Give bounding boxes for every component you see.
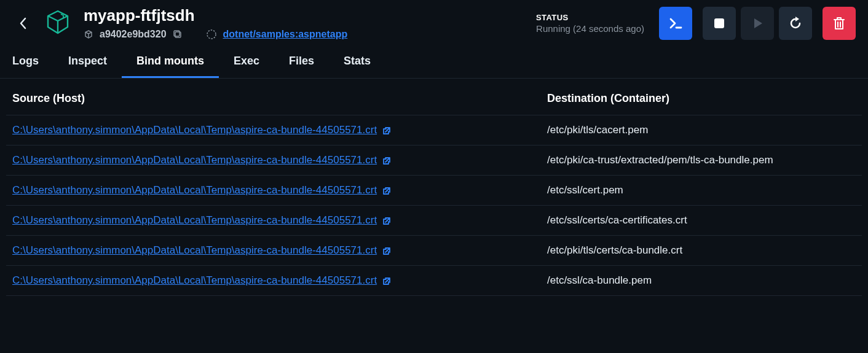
image-link[interactable]: dotnet/samples:aspnetapp bbox=[223, 29, 348, 40]
source-cell: C:\Users\anthony.simmon\AppData\Local\Te… bbox=[6, 206, 541, 236]
status-value: Running (24 seconds ago) bbox=[536, 23, 644, 34]
source-cell: C:\Users\anthony.simmon\AppData\Local\Te… bbox=[6, 266, 541, 296]
action-buttons bbox=[659, 7, 856, 40]
svg-point-2 bbox=[207, 30, 216, 39]
svg-rect-4 bbox=[714, 18, 724, 28]
destination-cell: /etc/pki/tls/cacert.pem bbox=[541, 115, 862, 145]
page-title: myapp-ftfjtsdh bbox=[84, 6, 347, 25]
chevron-left-icon bbox=[19, 17, 28, 29]
external-link-icon[interactable] bbox=[382, 246, 392, 256]
header: myapp-ftfjtsdh a9402e9bd320 dotnet/sampl… bbox=[0, 0, 868, 47]
bind-mounts-table: Source (Host) Destination (Container) C:… bbox=[6, 79, 862, 296]
play-icon bbox=[751, 17, 764, 30]
tabs: LogsInspectBind mountsExecFilesStats bbox=[0, 47, 868, 79]
container-hash: a9402e9bd320 bbox=[100, 29, 167, 40]
terminal-icon bbox=[668, 16, 683, 31]
tab-files[interactable]: Files bbox=[274, 47, 329, 78]
table-row: C:\Users\anthony.simmon\AppData\Local\Te… bbox=[6, 115, 862, 145]
stop-icon bbox=[712, 17, 726, 30]
table-row: C:\Users\anthony.simmon\AppData\Local\Te… bbox=[6, 206, 862, 236]
destination-cell: /etc/ssl/cert.pem bbox=[541, 176, 862, 206]
destination-cell: /etc/ssl/ca-bundle.pem bbox=[541, 266, 862, 296]
cube-small-icon bbox=[84, 29, 93, 39]
external-link-icon[interactable] bbox=[382, 276, 392, 286]
source-link[interactable]: C:\Users\anthony.simmon\AppData\Local\Te… bbox=[12, 154, 377, 166]
destination-cell: /etc/pki/ca-trust/extracted/pem/tls-ca-b… bbox=[541, 145, 862, 176]
destination-cell: /etc/pki/tls/certs/ca-bundle.crt bbox=[541, 236, 862, 266]
tab-inspect[interactable]: Inspect bbox=[53, 47, 122, 78]
container-icon bbox=[43, 7, 73, 39]
table-row: C:\Users\anthony.simmon\AppData\Local\Te… bbox=[6, 236, 862, 266]
status-label: STATUS bbox=[536, 13, 644, 22]
delete-button[interactable] bbox=[823, 7, 856, 40]
image-icon bbox=[206, 29, 217, 40]
table-row: C:\Users\anthony.simmon\AppData\Local\Te… bbox=[6, 266, 862, 296]
back-button[interactable] bbox=[12, 12, 34, 34]
copy-icon[interactable] bbox=[173, 29, 183, 39]
source-link[interactable]: C:\Users\anthony.simmon\AppData\Local\Te… bbox=[12, 214, 377, 226]
status-block: STATUS Running (24 seconds ago) bbox=[536, 13, 644, 34]
source-link[interactable]: C:\Users\anthony.simmon\AppData\Local\Te… bbox=[12, 274, 377, 286]
tab-stats[interactable]: Stats bbox=[329, 47, 385, 78]
source-cell: C:\Users\anthony.simmon\AppData\Local\Te… bbox=[6, 176, 541, 206]
tab-bind-mounts[interactable]: Bind mounts bbox=[122, 47, 219, 78]
restart-button[interactable] bbox=[779, 7, 812, 40]
source-cell: C:\Users\anthony.simmon\AppData\Local\Te… bbox=[6, 236, 541, 266]
tab-logs[interactable]: Logs bbox=[12, 47, 53, 78]
external-link-icon[interactable] bbox=[382, 216, 392, 226]
external-link-icon[interactable] bbox=[382, 126, 392, 136]
external-link-icon[interactable] bbox=[382, 156, 392, 166]
column-header-destination: Destination (Container) bbox=[541, 79, 862, 115]
destination-cell: /etc/ssl/certs/ca-certificates.crt bbox=[541, 206, 862, 236]
stop-button[interactable] bbox=[703, 7, 736, 40]
source-cell: C:\Users\anthony.simmon\AppData\Local\Te… bbox=[6, 145, 541, 176]
table-row: C:\Users\anthony.simmon\AppData\Local\Te… bbox=[6, 145, 862, 176]
title-block: myapp-ftfjtsdh a9402e9bd320 dotnet/sampl… bbox=[84, 6, 347, 40]
column-header-source: Source (Host) bbox=[6, 79, 541, 115]
source-link[interactable]: C:\Users\anthony.simmon\AppData\Local\Te… bbox=[12, 184, 377, 196]
table-row: C:\Users\anthony.simmon\AppData\Local\Te… bbox=[6, 176, 862, 206]
start-button bbox=[741, 7, 774, 40]
external-link-icon[interactable] bbox=[382, 186, 392, 196]
source-link[interactable]: C:\Users\anthony.simmon\AppData\Local\Te… bbox=[12, 244, 377, 256]
exec-button[interactable] bbox=[659, 7, 692, 40]
trash-icon bbox=[832, 16, 846, 31]
source-cell: C:\Users\anthony.simmon\AppData\Local\Te… bbox=[6, 115, 541, 145]
restart-icon bbox=[787, 15, 803, 31]
tab-exec[interactable]: Exec bbox=[219, 47, 274, 78]
source-link[interactable]: C:\Users\anthony.simmon\AppData\Local\Te… bbox=[12, 124, 377, 136]
